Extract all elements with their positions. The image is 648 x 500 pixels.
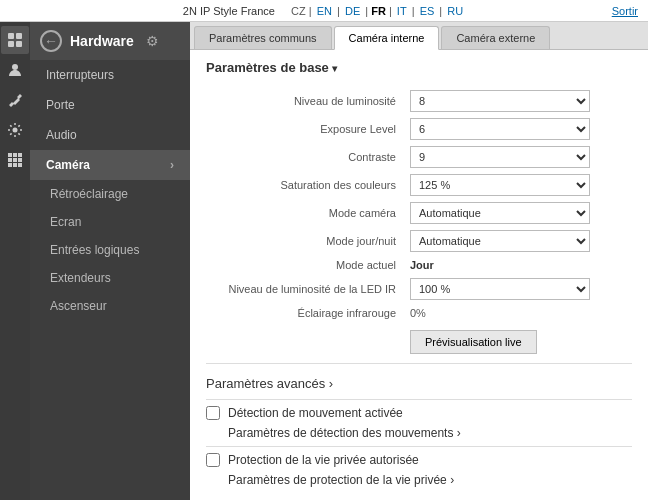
sidebar-title: Hardware [70, 33, 134, 49]
value-luminosite: 8 [406, 87, 632, 115]
svg-rect-0 [8, 33, 14, 39]
sidebar-header: ← Hardware ⚙ [30, 22, 190, 60]
value-eclairage-ir: 0% [406, 303, 632, 323]
sidebar-item-audio[interactable]: Audio [30, 120, 190, 150]
field-exposure: Exposure Level 6 [206, 115, 632, 143]
field-mode-camera: Mode caméra Automatique [206, 199, 632, 227]
lang-links: CZ | EN | DE | FR | IT | ES | RU [285, 5, 465, 17]
sidebar-item-entrees-logiques[interactable]: Entrées logiques [30, 236, 190, 264]
select-led-ir[interactable]: 100 % [410, 278, 590, 300]
back-button[interactable]: ← [40, 30, 62, 52]
sidebar: ← Hardware ⚙ Interrupteurs Porte Audio C… [30, 22, 190, 500]
icon-bar [0, 22, 30, 500]
label-exposure: Exposure Level [206, 115, 406, 143]
label-mode-camera: Mode caméra [206, 199, 406, 227]
icon-settings[interactable] [1, 116, 29, 144]
svg-rect-6 [8, 153, 12, 157]
content-area: Paramètres communs Caméra interne Caméra… [190, 22, 648, 500]
svg-rect-11 [18, 158, 22, 162]
sub-link-protection[interactable]: Paramètres de protection de la vie privé… [228, 473, 632, 487]
value-exposure: 6 [406, 115, 632, 143]
sidebar-label-extendeurs: Extendeurs [50, 271, 111, 285]
checkbox-row-protection: Protection de la vie privée autorisée [206, 453, 632, 467]
divider-3 [206, 446, 632, 447]
svg-rect-8 [18, 153, 22, 157]
select-contraste[interactable]: 9 [410, 146, 590, 168]
sidebar-label-retroeclairage: Rétroéclairage [50, 187, 128, 201]
label-led-ir: Niveau de luminosité de la LED IR [206, 275, 406, 303]
section-advanced-header[interactable]: Paramètres avancés [206, 376, 632, 391]
svg-point-4 [12, 64, 18, 70]
sidebar-item-interrupteurs[interactable]: Interrupteurs [30, 60, 190, 90]
lang-en[interactable]: EN [317, 5, 332, 17]
logo-area: MAISON⌂ET DOMOTIQUE [206, 491, 632, 500]
tab-camera-externe[interactable]: Caméra externe [441, 26, 550, 49]
content-body: Paramètres de base Niveau de luminosité … [190, 50, 648, 500]
checkbox-row-detection: Détection de mouvement activée [206, 406, 632, 420]
icon-grid[interactable] [1, 146, 29, 174]
exit-button[interactable]: Sortir [612, 5, 638, 17]
icon-home[interactable] [1, 26, 29, 54]
svg-rect-9 [8, 158, 12, 162]
select-mode-jour-nuit[interactable]: Automatique [410, 230, 590, 252]
sidebar-label-camera: Caméra [46, 158, 90, 172]
select-luminosite[interactable]: 8 [410, 90, 590, 112]
chevron-icon: › [170, 158, 174, 172]
sidebar-label-interrupteurs: Interrupteurs [46, 68, 114, 82]
text-mode-actuel: Jour [410, 259, 434, 271]
select-saturation[interactable]: 125 % [410, 174, 590, 196]
sidebar-item-ecran[interactable]: Ecran [30, 208, 190, 236]
field-mode-jour-nuit: Mode jour/nuit Automatique [206, 227, 632, 255]
sidebar-item-porte[interactable]: Porte [30, 90, 190, 120]
svg-rect-14 [18, 163, 22, 167]
icon-users[interactable] [1, 56, 29, 84]
svg-rect-3 [16, 41, 22, 47]
svg-rect-12 [8, 163, 12, 167]
checkbox-protection-vie-privee[interactable] [206, 453, 220, 467]
sidebar-label-ecran: Ecran [50, 215, 81, 229]
field-led-ir: Niveau de luminosité de la LED IR 100 % [206, 275, 632, 303]
svg-rect-10 [13, 158, 17, 162]
checkbox-detection-mouvement[interactable] [206, 406, 220, 420]
value-contraste: 9 [406, 143, 632, 171]
sidebar-item-camera[interactable]: Caméra › [30, 150, 190, 180]
divider-2 [206, 399, 632, 400]
field-luminosite: Niveau de luminosité 8 [206, 87, 632, 115]
tab-params-communs[interactable]: Paramètres communs [194, 26, 332, 49]
field-preview-btn-row: Prévisualisation live [206, 323, 632, 357]
sidebar-item-ascenseur[interactable]: Ascenseur [30, 292, 190, 320]
sub-link-detection[interactable]: Paramètres de détection des mouvements [228, 426, 632, 440]
select-exposure[interactable]: 6 [410, 118, 590, 140]
lang-es[interactable]: ES [420, 5, 435, 17]
params-table: Niveau de luminosité 8 Exposure Level 6 [206, 87, 632, 357]
svg-rect-1 [16, 33, 22, 39]
label-protection-vie-privee: Protection de la vie privée autorisée [228, 453, 419, 467]
sidebar-label-audio: Audio [46, 128, 77, 142]
field-contraste: Contraste 9 [206, 143, 632, 171]
sidebar-item-extendeurs[interactable]: Extendeurs [30, 264, 190, 292]
icon-wrench[interactable] [1, 86, 29, 114]
svg-rect-2 [8, 41, 14, 47]
lang-fr[interactable]: FR [371, 5, 386, 17]
lang-ru[interactable]: RU [447, 5, 463, 17]
label-mode-jour-nuit: Mode jour/nuit [206, 227, 406, 255]
gear-icon: ⚙ [146, 33, 159, 49]
lang-it[interactable]: IT [397, 5, 407, 17]
divider-1 [206, 363, 632, 364]
svg-rect-13 [13, 163, 17, 167]
select-mode-camera[interactable]: Automatique [410, 202, 590, 224]
top-bar: 2N IP Style France CZ | EN | DE | FR | I… [0, 0, 648, 22]
value-mode-jour-nuit: Automatique [406, 227, 632, 255]
tab-bar: Paramètres communs Caméra interne Caméra… [190, 22, 648, 50]
value-mode-actuel: Jour [406, 255, 632, 275]
sidebar-item-retroeclairage[interactable]: Rétroéclairage [30, 180, 190, 208]
preview-button[interactable]: Prévisualisation live [410, 330, 537, 354]
value-saturation: 125 % [406, 171, 632, 199]
lang-de[interactable]: DE [345, 5, 360, 17]
sidebar-label-ascenseur: Ascenseur [50, 299, 107, 313]
label-detection-mouvement: Détection de mouvement activée [228, 406, 403, 420]
section-base-header[interactable]: Paramètres de base [206, 60, 632, 75]
tab-camera-interne[interactable]: Caméra interne [334, 26, 440, 50]
field-mode-actuel: Mode actuel Jour [206, 255, 632, 275]
label-contraste: Contraste [206, 143, 406, 171]
